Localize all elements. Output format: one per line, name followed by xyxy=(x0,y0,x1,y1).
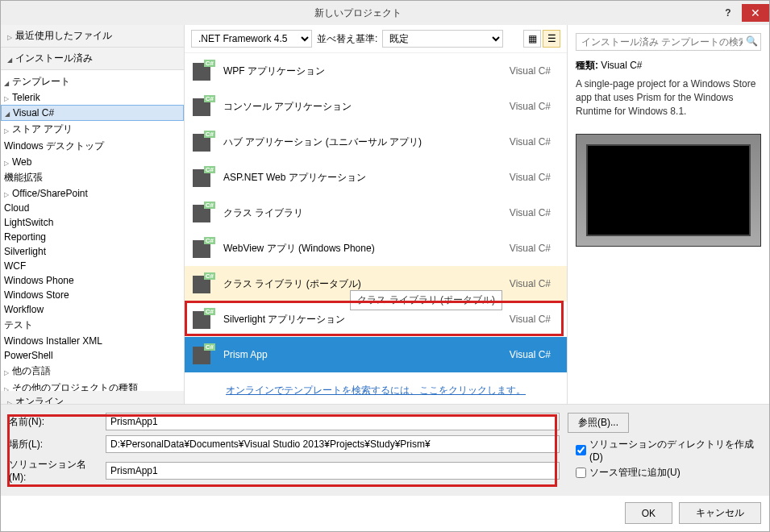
template-lang: Visual C# xyxy=(510,136,559,148)
window-title: 新しいプロジェクト xyxy=(1,6,714,20)
bottom-panel: 名前(N): 場所(L): ソリューション名(M): 参照(B)... ソリュー… xyxy=(1,404,769,496)
tree-store-app[interactable]: ストア アプリ xyxy=(1,121,184,138)
template-icon: C# xyxy=(193,272,215,295)
view-small-icon[interactable]: ▦ xyxy=(523,30,541,48)
sidebar: 最近使用したファイル インストール済み テンプレート Telerik Visua… xyxy=(1,25,185,404)
sort-label: 並べ替え基準: xyxy=(317,32,377,46)
description-text: A single-page project for a Windows Stor… xyxy=(576,77,761,118)
tree-lightswitch[interactable]: LightSwitch xyxy=(1,215,184,230)
template-item[interactable]: C# コンソール アプリケーション Visual C# xyxy=(185,89,567,124)
tree-other-lang[interactable]: 他の言語 xyxy=(1,363,184,380)
tree-workflow[interactable]: Workflow xyxy=(1,302,184,317)
template-name: ASP.NET Web アプリケーション xyxy=(223,171,502,185)
create-dir-checkbox[interactable]: ソリューションのディレクトリを作成(D) xyxy=(576,438,761,463)
tree-windows-phone[interactable]: Windows Phone xyxy=(1,273,184,288)
template-name: Silverlight アプリケーション xyxy=(223,313,502,326)
view-list-icon[interactable]: ☰ xyxy=(543,30,560,48)
help-icon[interactable]: ? xyxy=(714,4,742,22)
tree-templates[interactable]: テンプレート xyxy=(1,73,184,90)
template-item[interactable]: C# WebView アプリ (Windows Phone) Visual C# xyxy=(185,231,567,266)
template-list: C# WPF アプリケーション Visual C#C# コンソール アプリケーシ… xyxy=(185,53,567,377)
template-lang: Visual C# xyxy=(510,278,559,289)
tree-office-sp[interactable]: Office/SharePoint xyxy=(1,186,184,201)
template-tree: テンプレート Telerik Visual C# ストア アプリ Windows… xyxy=(1,70,184,391)
name-label: 名前(N): xyxy=(9,415,98,429)
tree-web[interactable]: Web xyxy=(1,155,184,169)
tree-visual-csharp[interactable]: Visual C# xyxy=(1,105,184,121)
template-item[interactable]: C# Prism App using Unity Visual C# xyxy=(185,372,567,377)
search-icon[interactable]: 🔍 xyxy=(746,35,758,47)
template-lang: Visual C# xyxy=(510,172,559,183)
template-icon: C# xyxy=(193,95,215,118)
template-item[interactable]: C# WPF アプリケーション Visual C# xyxy=(185,53,567,89)
tree-windows-store[interactable]: Windows Store xyxy=(1,288,184,302)
template-icon: C# xyxy=(193,131,215,153)
tree-cloud[interactable]: Cloud xyxy=(1,201,184,215)
close-icon[interactable]: ✕ xyxy=(742,4,769,22)
solution-label: ソリューション名(M): xyxy=(9,458,98,483)
tree-feature-ext[interactable]: 機能拡張 xyxy=(1,169,184,186)
tree-windows-desktop[interactable]: Windows デスクトップ xyxy=(1,138,184,155)
name-input[interactable] xyxy=(106,413,560,430)
chevron-down-icon xyxy=(7,53,12,64)
template-icon: C# xyxy=(193,60,215,82)
framework-select[interactable]: .NET Framework 4.5 xyxy=(191,30,312,48)
template-icon: C# xyxy=(193,308,215,330)
add-source-checkbox[interactable]: ソース管理に追加(U) xyxy=(576,466,761,480)
recent-label: 最近使用したファイル xyxy=(15,29,112,43)
titlebar: 新しいプロジェクト ? ✕ xyxy=(1,1,769,25)
template-icon: C# xyxy=(193,237,215,260)
chevron-right-icon xyxy=(7,31,12,42)
template-name: コンソール アプリケーション xyxy=(223,100,502,114)
template-lang: Visual C# xyxy=(510,65,559,77)
template-icon: C# xyxy=(193,202,215,224)
tree-installer-xml[interactable]: Windows Installer XML xyxy=(1,334,184,348)
online-search-link[interactable]: オンラインでテンプレートを検索するには、ここをクリックします。 xyxy=(185,377,567,404)
chevron-right-icon xyxy=(4,92,9,103)
chevron-right-icon xyxy=(4,383,9,392)
tree-powershell[interactable]: PowerShell xyxy=(1,348,184,363)
template-item[interactable]: C# ハブ アプリケーション (ユニバーサル アプリ) Visual C# xyxy=(185,124,567,160)
chevron-down-icon xyxy=(5,107,10,118)
installed-label: インストール済み xyxy=(15,52,93,65)
location-label: 場所(L): xyxy=(9,438,98,451)
installed-section[interactable]: インストール済み xyxy=(1,48,184,70)
chevron-right-icon xyxy=(4,366,9,377)
tree-test[interactable]: テスト xyxy=(1,317,184,334)
recent-section[interactable]: 最近使用したファイル xyxy=(1,25,184,48)
location-input[interactable] xyxy=(106,435,560,453)
template-item[interactable]: C# クラス ライブラリ (ポータブル) Visual C#クラス ライブラリ … xyxy=(185,266,567,301)
type-value: Visual C# xyxy=(601,60,642,71)
chevron-right-icon xyxy=(4,124,9,135)
template-item[interactable]: C# Prism App Visual C# xyxy=(185,337,567,372)
tooltip: クラス ライブラリ (ポータブル) xyxy=(350,290,502,310)
tree-telerik[interactable]: Telerik xyxy=(1,90,184,105)
tree-silverlight[interactable]: Silverlight xyxy=(1,244,184,259)
template-item[interactable]: C# クラス ライブラリ Visual C# xyxy=(185,195,567,231)
template-icon: C# xyxy=(193,166,215,189)
tree-reporting[interactable]: Reporting xyxy=(1,230,184,244)
chevron-down-icon xyxy=(4,77,9,88)
template-name: クラス ライブラリ xyxy=(223,206,502,220)
search-input[interactable] xyxy=(576,33,761,51)
solution-input[interactable] xyxy=(106,462,560,480)
center-toolbar: .NET Framework 4.5 並べ替え基準: 既定 ▦ ☰ xyxy=(185,25,567,53)
dialog-buttons: OK キャンセル xyxy=(1,496,769,530)
tree-wcf[interactable]: WCF xyxy=(1,259,184,273)
template-name: クラス ライブラリ (ポータブル) xyxy=(223,277,502,291)
template-name: Prism App xyxy=(223,349,502,360)
chevron-right-icon xyxy=(4,156,9,168)
template-item[interactable]: C# ASP.NET Web アプリケーション Visual C# xyxy=(185,160,567,195)
tree-other-proj[interactable]: その他のプロジェクトの種類 xyxy=(1,380,184,391)
template-lang: Visual C# xyxy=(510,314,559,325)
view-toggle: ▦ ☰ xyxy=(523,30,560,48)
template-lang: Visual C# xyxy=(510,101,559,112)
cancel-button[interactable]: キャンセル xyxy=(679,502,761,524)
template-lang: Visual C# xyxy=(510,349,559,360)
template-name: ハブ アプリケーション (ユニバーサル アプリ) xyxy=(223,135,502,149)
sort-select[interactable]: 既定 xyxy=(382,30,503,48)
browse-button[interactable]: 参照(B)... xyxy=(568,413,629,433)
type-label: 種類: xyxy=(576,60,598,71)
details-panel: 🔍 種類: Visual C# A single-page project fo… xyxy=(568,25,769,404)
ok-button[interactable]: OK xyxy=(625,502,672,524)
